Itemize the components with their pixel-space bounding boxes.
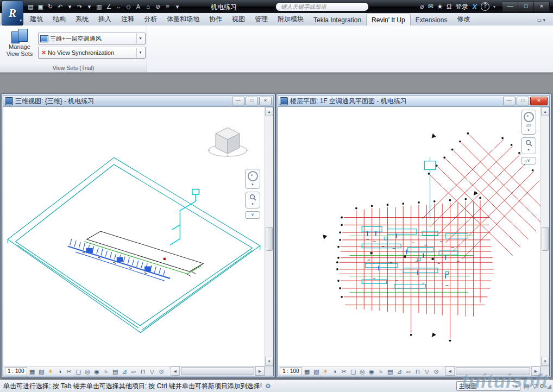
reveal-constraints-icon[interactable]: ⊓ (139, 367, 148, 376)
child-minimize-button[interactable]: — (503, 97, 516, 105)
close-button[interactable]: × (534, 2, 550, 12)
3d-view-canvas[interactable] (3, 107, 265, 366)
hscroll-track[interactable] (180, 366, 255, 376)
scale-button[interactable]: 1 : 100 (280, 367, 302, 375)
sync-with-central-icon[interactable]: ↻ (46, 2, 55, 11)
lock-view-icon[interactable]: ⊙ (432, 367, 441, 376)
save-icon[interactable]: ▣ (36, 2, 45, 11)
tag-by-category-icon[interactable]: ◇ (124, 2, 133, 11)
help-icon[interactable]: ? (481, 2, 489, 11)
hscroll-thumb[interactable] (181, 367, 254, 375)
lock-view-icon[interactable]: ⊙ (157, 367, 166, 376)
hide-analytical-model-icon[interactable]: ⊿ (395, 367, 404, 376)
manage-view-sets-button[interactable]: Manage View Sets (3, 28, 36, 62)
measure-icon[interactable]: ∠ (104, 2, 114, 11)
shadows-icon[interactable]: ◑ (330, 367, 340, 376)
steering-wheel-button[interactable]: 2D (521, 110, 536, 135)
temporary-hide-isolate-icon[interactable]: ◎ (83, 367, 92, 376)
signin-icon[interactable]: Ω (447, 3, 451, 10)
favorites-icon[interactable]: ★ (437, 3, 443, 10)
wheel-dropdown-icon[interactable] (252, 182, 254, 187)
print-icon[interactable]: ▥ (95, 2, 104, 11)
search-icon[interactable]: ⌀ (420, 3, 424, 10)
child-close-button[interactable]: × (530, 97, 548, 105)
application-menu-button[interactable]: R ▾ (2, 1, 23, 26)
horizontal-scrollbar[interactable] (171, 366, 265, 376)
signin-label[interactable]: 登录 (455, 2, 468, 11)
crop-view-icon[interactable]: ✂ (65, 367, 74, 376)
qat-customize-icon[interactable]: ▾ (173, 2, 182, 11)
tab-insert[interactable]: 插入 (93, 12, 116, 26)
show-crop-region-icon[interactable]: ▢ (74, 367, 83, 376)
default-3d-view-icon[interactable]: ⌂ (143, 2, 153, 11)
scroll-left-icon[interactable] (171, 366, 180, 376)
horizontal-scrollbar[interactable] (445, 366, 541, 376)
crop-view-icon[interactable]: ✂ (340, 367, 349, 376)
selection-filter-icon[interactable]: ▽ (532, 383, 537, 390)
visual-style-icon[interactable]: ▧ (312, 367, 321, 376)
search-input[interactable]: 键入关键字或短语 (275, 2, 369, 11)
ribbon-state-toggle-icon[interactable]: ▭ ▾ (537, 17, 545, 26)
tab-addins[interactable]: 附加模块 (273, 12, 309, 26)
temporary-view-properties-icon[interactable]: ▤ (386, 367, 395, 376)
view-set-caret-icon[interactable]: ▾ (136, 34, 144, 43)
temporary-hide-isolate-icon[interactable]: ◎ (358, 367, 367, 376)
hide-analytical-model-icon[interactable]: ⊿ (120, 367, 129, 376)
worksharing-display-icon[interactable]: ≈ (102, 367, 111, 376)
zoom-dropdown-icon[interactable] (252, 202, 254, 206)
zoom-dropdown-icon[interactable] (527, 148, 530, 152)
open-icon[interactable]: ▤ (26, 2, 35, 11)
detail-level-icon[interactable]: ▦ (303, 367, 312, 376)
highlight-displacement-icon[interactable]: ▱ (129, 367, 139, 376)
vertical-scrollbar[interactable] (265, 107, 273, 366)
filter-icon[interactable]: ▽ (148, 367, 157, 376)
tab-structure[interactable]: 结构 (48, 12, 71, 26)
undo-icon[interactable]: ↶ (55, 2, 65, 11)
wheel-dropdown-icon[interactable] (527, 128, 530, 132)
communication-center-icon[interactable]: ✉ (428, 3, 433, 10)
shadows-icon[interactable]: ◑ (55, 367, 65, 376)
exchange-apps-icon[interactable]: X (472, 3, 477, 11)
vscroll-thumb[interactable] (542, 227, 549, 251)
child-restore-button[interactable]: □ (246, 97, 258, 105)
highlight-displacement-icon[interactable]: ▱ (404, 367, 413, 376)
child-restore-button[interactable]: □ (517, 97, 529, 105)
scroll-down-icon[interactable] (541, 357, 549, 366)
tab-analyze[interactable]: 分析 (139, 12, 162, 26)
maximize-button[interactable]: □ (518, 2, 534, 12)
tab-annotate[interactable]: 注释 (116, 12, 139, 26)
navbar-collapse-icon[interactable] (521, 157, 536, 165)
panel-caption[interactable]: View Sets (Trial) (0, 64, 147, 72)
scroll-right-icon[interactable] (255, 366, 265, 376)
zoom-button[interactable] (521, 137, 536, 154)
text-icon[interactable]: A (134, 2, 143, 11)
reveal-hidden-elements-icon[interactable]: ◉ (367, 367, 376, 376)
design-options-select[interactable]: 主模型 ▾ (456, 381, 520, 391)
sun-path-icon[interactable]: ☀ (321, 367, 330, 376)
resize-grip-icon[interactable]: ◢ (547, 383, 551, 390)
undo-dropdown-icon[interactable]: ▾ (65, 2, 74, 11)
child-close-button[interactable]: × (259, 97, 272, 105)
view-sync-caret-icon[interactable]: ▾ (136, 48, 144, 58)
help-dropdown-icon[interactable]: ▾ (493, 4, 495, 9)
vertical-scrollbar[interactable] (541, 107, 549, 366)
tab-view[interactable]: 视图 (227, 12, 250, 26)
visual-style-icon[interactable]: ▧ (37, 367, 46, 376)
reveal-hidden-elements-icon[interactable]: ◉ (92, 367, 102, 376)
tab-systems[interactable]: 系统 (71, 12, 93, 26)
view-set-dropdown[interactable]: 三维+一层空调通风 ▾ (38, 33, 146, 45)
child-titlebar-3d[interactable]: 三维视图: {三维} - 机电练习 — □ × (3, 95, 274, 107)
redo-dropdown-icon[interactable]: ▾ (85, 2, 94, 11)
aligned-dimension-icon[interactable]: ↔ (114, 2, 123, 11)
vscroll-thumb[interactable] (266, 227, 273, 251)
tab-massing-site[interactable]: 体量和场地 (162, 12, 204, 26)
tab-manage[interactable]: 管理 (250, 12, 273, 26)
vscroll-track[interactable] (265, 116, 273, 357)
tab-architecture[interactable]: 建筑 (25, 12, 48, 26)
child-titlebar-plan[interactable]: 楼层平面: 1F 空调通风平面图 - 机电练习 — □ × (278, 95, 550, 107)
viewcube[interactable] (206, 123, 250, 159)
hscroll-thumb[interactable] (456, 367, 530, 375)
navbar-collapse-icon[interactable] (245, 211, 260, 219)
reveal-constraints-icon[interactable]: ⊓ (413, 367, 423, 376)
temporary-view-properties-icon[interactable]: ▤ (111, 367, 120, 376)
